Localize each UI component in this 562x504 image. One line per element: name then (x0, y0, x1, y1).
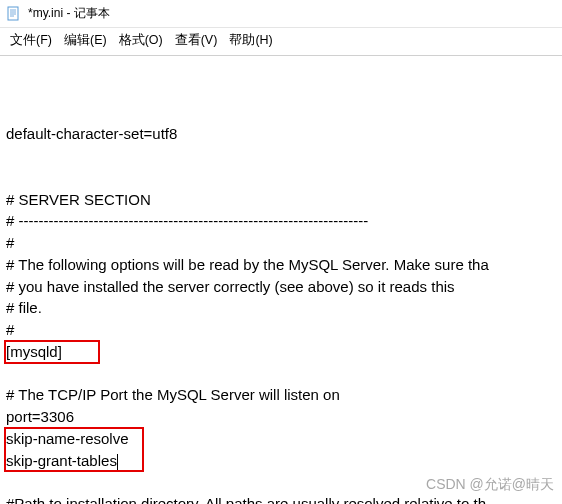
editor-line: skip-grant-tables (6, 450, 556, 472)
window-title-bar: *my.ini - 记事本 (0, 0, 562, 28)
text-cursor (117, 454, 118, 470)
menu-bar: 文件(F) 编辑(E) 格式(O) 查看(V) 帮助(H) (0, 28, 562, 56)
editor-line: default-character-set=utf8 (6, 123, 556, 145)
editor-line: # --------------------------------------… (6, 210, 556, 232)
editor-line (6, 167, 556, 189)
editor-line (6, 363, 556, 385)
menu-edit[interactable]: 编辑(E) (64, 32, 107, 49)
window-title: *my.ini - 记事本 (28, 5, 110, 22)
editor-line: # file. (6, 297, 556, 319)
editor-line (6, 471, 556, 493)
editor-line (6, 145, 556, 167)
notepad-icon (6, 6, 22, 22)
editor-line: # The following options will be read by … (6, 254, 556, 276)
editor-line: #Path to installation directory. All pat… (6, 493, 556, 504)
editor-line: [mysqld] (6, 341, 556, 363)
menu-view[interactable]: 查看(V) (175, 32, 218, 49)
editor-line: skip-name-resolve (6, 428, 556, 450)
menu-file[interactable]: 文件(F) (10, 32, 52, 49)
svg-rect-0 (8, 7, 18, 20)
editor-line: # you have installed the server correctl… (6, 276, 556, 298)
menu-help[interactable]: 帮助(H) (229, 32, 272, 49)
editor-line: # (6, 232, 556, 254)
editor-line: port=3306 (6, 406, 556, 428)
editor-line: # SERVER SECTION (6, 189, 556, 211)
editor-line: # The TCP/IP Port the MySQL Server will … (6, 384, 556, 406)
text-editor-area[interactable]: default-character-set=utf8# SERVER SECTI… (0, 56, 562, 504)
editor-line: # (6, 319, 556, 341)
menu-format[interactable]: 格式(O) (119, 32, 163, 49)
